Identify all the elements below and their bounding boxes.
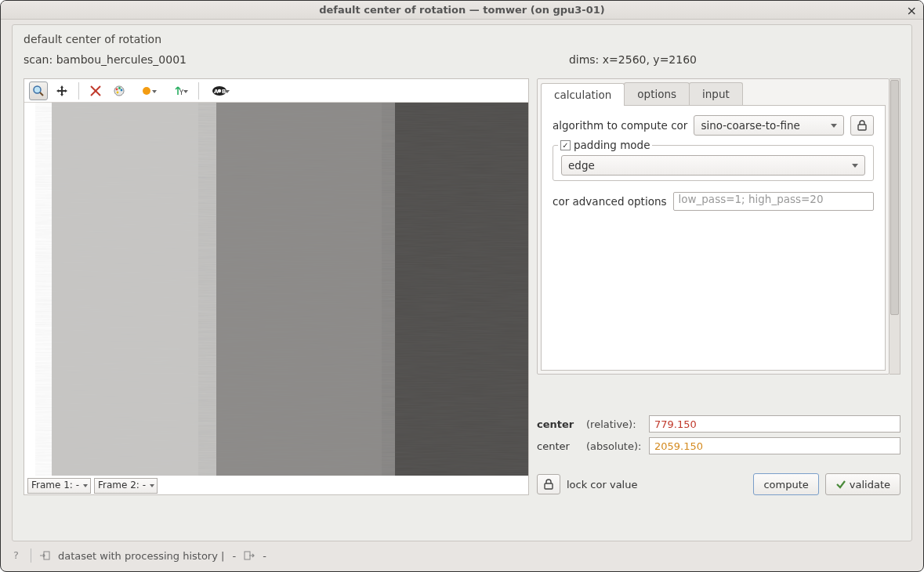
center-absolute-value: 2059.150 xyxy=(654,440,703,452)
lock-cor-button[interactable] xyxy=(537,474,560,494)
validate-label: validate xyxy=(850,479,890,491)
algo-select[interactable]: sino-coarse-to-fine xyxy=(694,115,844,136)
center-absolute-label: (absolute): xyxy=(586,440,643,452)
svg-point-8 xyxy=(143,87,150,95)
svg-point-6 xyxy=(121,89,123,91)
y-axis-button[interactable]: Y xyxy=(165,81,191,100)
circle-icon xyxy=(141,85,152,96)
palette-icon xyxy=(113,85,125,97)
image-panel: Y AB xyxy=(24,78,529,495)
lock-icon xyxy=(857,120,867,131)
toolbar-separator xyxy=(198,82,199,100)
tab-body-calculation: algorithm to compute cor sino-coarse-to-… xyxy=(541,105,886,371)
padding-select[interactable]: edge xyxy=(561,155,865,176)
dims-value: x=2560, y=2160 xyxy=(603,53,697,66)
padding-value: edge xyxy=(568,159,595,172)
center-absolute-input[interactable]: 2059.150 xyxy=(649,437,900,454)
svg-rect-22 xyxy=(545,483,553,489)
padding-checkbox[interactable]: ✓ xyxy=(560,140,571,150)
status-text: dataset with processing history | xyxy=(58,550,224,562)
app-window: default center of rotation — tomwer (on … xyxy=(0,0,924,572)
close-icon[interactable]: × xyxy=(907,3,917,18)
scrollbar-thumb[interactable] xyxy=(890,80,899,315)
frame1-select[interactable]: Frame 1: - xyxy=(27,478,91,494)
adv-options-input[interactable]: low_pass=1; high_pass=20 xyxy=(673,192,875,211)
svg-point-4 xyxy=(116,88,118,90)
tab-calculation-label: calculation xyxy=(554,89,611,101)
scan-label: scan: xyxy=(24,53,53,66)
svg-text:B: B xyxy=(222,89,226,95)
action-row: lock cor value compute validate xyxy=(537,473,900,495)
status-bar: ? dataset with processing history | - - xyxy=(12,546,912,565)
tab-scrollbar[interactable] xyxy=(890,78,900,375)
frame2-select[interactable]: Frame 2: - xyxy=(94,478,158,494)
svg-rect-16 xyxy=(52,103,216,476)
ab-compare-icon: AB xyxy=(212,85,227,96)
zoom-icon xyxy=(32,85,45,97)
pan-button[interactable] xyxy=(53,81,71,100)
frame-title: default center of rotation xyxy=(24,33,900,45)
status-dash1: - xyxy=(232,550,236,562)
frame2-value: Frame 2: - xyxy=(98,480,146,491)
algo-label: algorithm to compute cor xyxy=(553,119,687,132)
check-icon xyxy=(835,479,846,490)
window-title: default center of rotation — tomwer (on … xyxy=(319,4,605,16)
svg-point-5 xyxy=(118,87,121,89)
info-row: scan: bambou_hercules_0001 dims: x=2560,… xyxy=(24,53,900,66)
dims-label: dims: xyxy=(569,53,599,66)
tabs-row: calculation options input xyxy=(541,82,886,105)
image-toolbar: Y AB xyxy=(24,79,528,103)
center-absolute-row: center (absolute): 2059.150 xyxy=(537,437,900,454)
svg-point-12 xyxy=(218,89,221,92)
center-bold-label: center xyxy=(537,418,580,430)
padding-label: padding mode xyxy=(574,139,650,151)
mask-button[interactable] xyxy=(133,81,160,100)
scan-value: bambou_hercules_0001 xyxy=(56,53,187,66)
frame-selector-row: Frame 1: - Frame 2: - xyxy=(24,476,528,494)
svg-rect-21 xyxy=(858,125,866,130)
status-separator xyxy=(31,548,31,563)
ab-compare-button[interactable]: AB xyxy=(206,81,233,100)
center-relative-input[interactable]: 779.150 xyxy=(649,415,900,433)
image-canvas[interactable] xyxy=(24,103,528,476)
adv-row: cor advanced options low_pass=1; high_pa… xyxy=(553,192,874,211)
algo-row: algorithm to compute cor sino-coarse-to-… xyxy=(553,115,874,136)
tab-frame: calculation options input algorithm to c… xyxy=(537,78,890,375)
y-axis-icon: Y xyxy=(172,85,183,96)
tab-options[interactable]: options xyxy=(624,82,690,105)
import-icon[interactable] xyxy=(39,550,50,561)
help-icon[interactable]: ? xyxy=(12,550,23,561)
center-relative-value: 779.150 xyxy=(654,418,697,430)
title-bar[interactable]: default center of rotation — tomwer (on … xyxy=(1,1,923,20)
compute-label: compute xyxy=(763,479,808,491)
export-icon[interactable] xyxy=(244,550,255,561)
algo-lock-button[interactable] xyxy=(850,115,874,136)
center-plain-label: center xyxy=(537,440,580,452)
svg-rect-25 xyxy=(245,552,250,559)
tab-frame-wrap: calculation options input algorithm to c… xyxy=(537,78,900,375)
controls-panel: calculation options input algorithm to c… xyxy=(537,78,900,495)
svg-rect-20 xyxy=(395,103,528,476)
tab-calculation[interactable]: calculation xyxy=(541,83,625,106)
padding-legend: ✓ padding mode xyxy=(558,139,652,151)
validate-button[interactable]: validate xyxy=(825,473,900,495)
tab-options-label: options xyxy=(637,88,676,100)
compute-button[interactable]: compute xyxy=(753,473,818,495)
center-values: center (relative): 779.150 center (absol… xyxy=(537,415,900,459)
tab-input-label: input xyxy=(702,88,730,100)
center-relative-row: center (relative): 779.150 xyxy=(537,415,900,433)
svg-point-0 xyxy=(34,86,41,93)
tab-input[interactable]: input xyxy=(689,82,743,105)
zoom-button[interactable] xyxy=(29,81,48,100)
main-frame: default center of rotation scan: bambou_… xyxy=(12,24,912,541)
algo-value: sino-coarse-to-fine xyxy=(701,119,799,132)
svg-line-1 xyxy=(40,92,43,96)
crosshair-icon xyxy=(89,85,102,97)
scan-info: scan: bambou_hercules_0001 xyxy=(24,53,187,66)
crosshair-button[interactable] xyxy=(86,81,105,100)
svg-rect-18 xyxy=(216,103,395,476)
dims-info: dims: x=2560, y=2160 xyxy=(569,53,697,66)
svg-text:Y: Y xyxy=(179,89,183,96)
svg-text:?: ? xyxy=(13,550,19,561)
palette-button[interactable] xyxy=(110,81,129,100)
